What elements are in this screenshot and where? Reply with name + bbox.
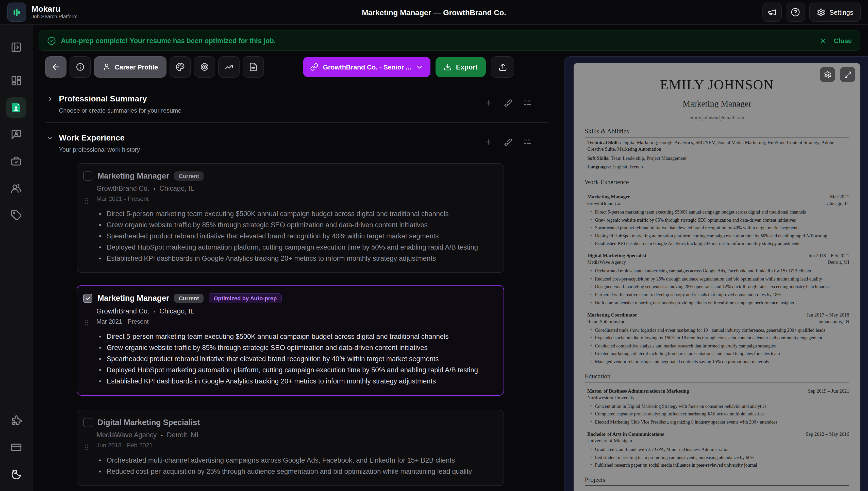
card-checkbox[interactable]: [83, 171, 92, 180]
brand-block: Mokaru Job Search Platform.: [31, 5, 79, 20]
card-checkbox[interactable]: [83, 418, 92, 427]
resume-bullet: Established KPI dashboards in Google Ana…: [590, 240, 849, 247]
resume-bullet: Deployed HubSpot marketing automation pl…: [590, 233, 849, 239]
info-icon: [76, 62, 85, 71]
resume-bullet: Concentration in Digital Marketing Strat…: [590, 403, 849, 410]
paintbrush-button[interactable]: [502, 97, 514, 109]
resume-section-projects: Projects: [585, 476, 849, 486]
drag-handle-icon[interactable]: [82, 317, 90, 328]
card-bullet-list: Direct 5-person marketing team executing…: [83, 331, 494, 387]
resume-file-icon: [10, 102, 22, 113]
add-button[interactable]: [483, 136, 495, 148]
card-bullet: Spearheaded product rebrand initiative t…: [107, 353, 494, 365]
card-bullet: Direct 5-person marketing team executing…: [107, 208, 494, 220]
banner-close-button[interactable]: Close: [819, 37, 852, 45]
people-icon: [10, 182, 22, 194]
resume-bullet: Published research paper on social media…: [590, 462, 849, 469]
theme-palette-button[interactable]: [170, 56, 191, 78]
experience-card-selected[interactable]: Marketing Manager Current Optimized by A…: [77, 285, 504, 396]
info-button[interactable]: [70, 56, 91, 78]
sidebar-item-resume-builder[interactable]: [6, 97, 26, 118]
card-company-row: MediaWave Agency Detroit, MI: [97, 431, 494, 439]
sidebar-toggle-button[interactable]: [6, 37, 26, 57]
announcements-button[interactable]: [762, 3, 782, 22]
section-text: Work Experience Your professional work h…: [59, 133, 140, 153]
skill-line: Technical Skills: Digital Marketing, Goo…: [587, 140, 849, 153]
add-button[interactable]: [483, 97, 495, 109]
resume-email: emily.johnson@email.com: [585, 115, 849, 120]
puzzle-icon: [10, 415, 22, 426]
sidebar-item-tags[interactable]: [6, 205, 26, 225]
section-subtitle: Choose or create summaries for your resu…: [59, 107, 182, 114]
gear-icon: [817, 8, 825, 17]
sliders-button[interactable]: [521, 97, 534, 109]
entry-company: MediaWave Agency: [587, 260, 626, 265]
card-company-row: GrowthBrand Co. Chicago, IL: [97, 185, 494, 192]
back-button[interactable]: [45, 56, 66, 78]
entry-school: Northwestern University: [587, 395, 634, 400]
sidebar-divider: [7, 403, 25, 403]
current-badge: Current: [174, 294, 204, 303]
left-sidebar: [0, 25, 32, 491]
tab-career-profile[interactable]: Career Profile: [94, 56, 167, 78]
sidebar-item-integrations[interactable]: [6, 410, 26, 431]
resume-work-entry: Marketing ManagerMar 2021 GrowthBrand Co…: [587, 194, 849, 247]
sliders-button[interactable]: [521, 136, 534, 148]
preview-settings-button[interactable]: [820, 67, 835, 82]
entry-dates: Mar 2021: [830, 194, 849, 199]
sidebar-item-billing[interactable]: [6, 437, 26, 458]
sidebar-item-contacts[interactable]: [6, 178, 26, 198]
resume-page: EMILY JOHNSON Marketing Manager emily.jo…: [574, 63, 860, 491]
help-button[interactable]: [786, 3, 805, 22]
card-bullet-list: Orchestrated multi-channel advertising c…: [83, 455, 494, 477]
experience-card[interactable]: Digital Marketing Specialist MediaWave A…: [77, 410, 504, 486]
briefcase-check-icon: [10, 156, 22, 167]
equalizer-bars-icon: [12, 7, 22, 17]
help-circle-icon: [791, 8, 800, 17]
app-logo: [7, 3, 26, 22]
section-actions: [483, 133, 534, 148]
card-bullet: Spearheaded product rebrand initiative t…: [107, 231, 494, 242]
target-button[interactable]: [194, 56, 215, 78]
sidebar-item-jobs[interactable]: [6, 151, 26, 171]
main-area: Auto-prep complete! Your resume has been…: [32, 25, 868, 491]
resume-bullet: Grew organic website traffic by 85% thro…: [590, 217, 849, 224]
settings-button[interactable]: Settings: [809, 3, 861, 22]
drag-handle-icon[interactable]: [82, 195, 90, 206]
resume-bullet: Elected Marketing Club Vice President, o…: [590, 419, 849, 426]
documents-button[interactable]: [243, 56, 264, 78]
entry-dates: Sep 2019 – Jun 2021: [808, 388, 849, 394]
card-dates: Mar 2021 - Present: [97, 195, 494, 202]
chevron-down-icon[interactable]: [46, 135, 54, 142]
sidebar-item-interviews[interactable]: [6, 124, 26, 145]
editor-toolbar: Career Profile: [45, 56, 548, 78]
drag-handle-icon[interactable]: [82, 442, 90, 453]
experience-card[interactable]: Marketing Manager Current GrowthBrand Co…: [77, 163, 504, 273]
card-title: Marketing Manager: [98, 294, 169, 303]
linked-job-label: GrowthBrand Co. - Senior ...: [323, 63, 411, 71]
company-name: GrowthBrand Co.: [97, 185, 150, 192]
card-bullet: Reduced cost-per-acquisition by 25% thro…: [107, 466, 494, 477]
linked-job-select[interactable]: GrowthBrand Co. - Senior ...: [303, 57, 430, 77]
autoprep-banner: Auto-prep complete! Your resume has been…: [38, 30, 860, 51]
skill-line: Languages: English, French: [587, 164, 849, 171]
arrow-left-icon: [51, 62, 60, 71]
chevron-right-icon[interactable]: [46, 95, 54, 103]
card-checkbox-checked[interactable]: [83, 294, 92, 303]
user-icon: [103, 63, 111, 71]
resume-work-entry: Marketing CoordinatorJan 2017 – May 2018…: [587, 312, 849, 365]
theme-toggle-button[interactable]: [6, 464, 26, 484]
share-button[interactable]: [491, 56, 514, 78]
entry-bullets: Orchestrated multi-channel advertising c…: [590, 268, 849, 306]
target-icon: [200, 62, 209, 71]
resume-bullet: Coordinated trade show logistics and eve…: [590, 327, 849, 334]
resume-editor-panel: Career Profile: [32, 56, 564, 491]
sidebar-item-dashboard[interactable]: [6, 70, 26, 91]
resume-work-entry: Digital Marketing SpecialistJun 2018 – F…: [587, 253, 849, 306]
export-button[interactable]: Export: [436, 57, 486, 77]
section-work-experience: Work Experience Your professional work h…: [45, 123, 548, 161]
export-label: Export: [456, 63, 478, 71]
paintbrush-button[interactable]: [502, 136, 514, 148]
analytics-button[interactable]: [219, 56, 240, 78]
preview-fullscreen-button[interactable]: [840, 67, 855, 82]
